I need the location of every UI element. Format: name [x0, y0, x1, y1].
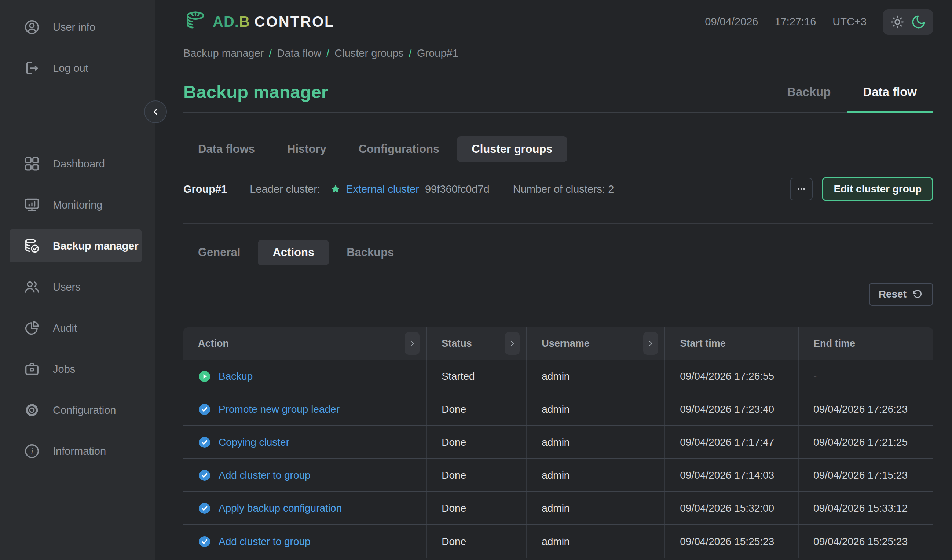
- info-icon: i: [23, 443, 40, 460]
- check-circle-icon: [198, 502, 211, 515]
- table-body: BackupStartedadmin09/04/2026 17:26:55-Pr…: [183, 360, 933, 558]
- sidebar-item-label: Log out: [53, 62, 88, 74]
- sidebar-item-jobs[interactable]: Jobs: [9, 353, 142, 386]
- cell-status: Done: [427, 525, 527, 558]
- logout-icon: [23, 60, 40, 77]
- cell-end-time: 09/04/2026 17:26:23: [799, 393, 933, 426]
- tab-data-flow[interactable]: Data flow: [847, 72, 933, 112]
- action-link[interactable]: Promote new group leader: [219, 404, 340, 415]
- cell-action: Add cluster to group: [183, 459, 427, 492]
- breadcrumb-item[interactable]: Backup manager: [183, 47, 264, 59]
- cell-status: Done: [427, 459, 527, 492]
- sidebar-item-label: Information: [53, 445, 106, 457]
- column-expand-button[interactable]: [505, 332, 520, 355]
- brand-database-icon: [183, 10, 207, 34]
- sidebar-item-backup-manager[interactable]: Backup manager: [9, 230, 142, 262]
- user-icon: [23, 19, 40, 35]
- view-tabs: BackupData flow: [771, 72, 933, 112]
- table-row: Copying clusterDoneadmin09/04/2026 17:17…: [183, 426, 933, 459]
- leader-cluster-link[interactable]: External cluster: [346, 183, 419, 195]
- cell-username: admin: [527, 360, 665, 392]
- cell-username: admin: [527, 492, 665, 525]
- leader-cluster-label: Leader cluster:: [250, 183, 320, 195]
- tab-backup[interactable]: Backup: [771, 72, 847, 112]
- sidebar-item-audit[interactable]: Audit: [9, 312, 142, 344]
- reset-button[interactable]: Reset: [869, 283, 933, 305]
- breadcrumb-item[interactable]: Data flow: [277, 47, 321, 59]
- column-expand-button[interactable]: [405, 332, 420, 355]
- leader-cluster-id: 99f360fc0d7d: [425, 183, 490, 195]
- sidebar-item-label: Users: [53, 281, 81, 293]
- sidebar-item-label: Monitoring: [53, 199, 102, 211]
- tab-configurations[interactable]: Configurations: [344, 136, 454, 162]
- tab-history[interactable]: History: [272, 136, 341, 162]
- current-time: 17:27:16: [774, 16, 816, 28]
- table-header: ActionStatusUsernameStart timeEnd time: [183, 327, 933, 360]
- action-link[interactable]: Apply backup configuration: [219, 503, 342, 514]
- column-header-status: Status: [427, 327, 527, 359]
- sidebar: User infoLog out DashboardMonitoringBack…: [0, 0, 156, 560]
- reset-label: Reset: [879, 288, 907, 300]
- tab-cluster-groups[interactable]: Cluster groups: [457, 136, 567, 162]
- more-actions-button[interactable]: [790, 178, 813, 201]
- chevron-left-icon: [150, 106, 161, 117]
- cell-username: admin: [527, 459, 665, 492]
- sidebar-item-information[interactable]: iInformation: [9, 435, 142, 467]
- actions-table: ActionStatusUsernameStart timeEnd time B…: [183, 327, 933, 558]
- sidebar-item-label: Audit: [53, 322, 77, 334]
- tab-general[interactable]: General: [183, 240, 255, 265]
- edit-cluster-group-button[interactable]: Edit cluster group: [822, 177, 933, 201]
- check-circle-icon: [198, 535, 211, 548]
- tab-data-flows[interactable]: Data flows: [183, 136, 269, 162]
- check-circle-icon: [198, 436, 211, 449]
- action-link[interactable]: Add cluster to group: [219, 469, 311, 481]
- column-label: Username: [542, 338, 590, 349]
- chevron-right-icon: [507, 339, 517, 348]
- sidebar-item-label: Jobs: [53, 363, 75, 375]
- breadcrumb: Backup manager/Data flow/Cluster groups/…: [183, 47, 933, 59]
- play-circle-icon: [198, 370, 211, 383]
- sidebar-nav: DashboardMonitoringBackup managerUsersAu…: [0, 147, 156, 467]
- cell-end-time: 09/04/2026 17:15:23: [799, 459, 933, 492]
- cell-status: Done: [427, 393, 527, 426]
- tab-backups[interactable]: Backups: [332, 240, 408, 265]
- breadcrumb-separator: /: [409, 47, 412, 59]
- action-link[interactable]: Backup: [219, 370, 253, 382]
- breadcrumb-item[interactable]: Cluster groups: [334, 47, 404, 59]
- sidebar-account-section: User infoLog out: [0, 0, 156, 83]
- reset-row: Reset: [183, 283, 933, 305]
- action-link[interactable]: Add cluster to group: [219, 536, 311, 548]
- title-row: Backup manager BackupData flow: [183, 72, 933, 113]
- cell-status: Started: [427, 360, 527, 392]
- sidebar-item-user-info[interactable]: User info: [0, 12, 142, 42]
- breadcrumb-item: Group#1: [417, 47, 458, 59]
- column-header-end-time: End time: [799, 327, 933, 359]
- sidebar-item-label: Backup manager: [53, 240, 139, 252]
- leader-star-icon: [330, 183, 342, 195]
- cell-username: admin: [527, 525, 665, 558]
- dark-theme-button[interactable]: [911, 14, 926, 30]
- sidebar-collapse-button[interactable]: [144, 100, 167, 123]
- sidebar-item-dashboard[interactable]: Dashboard: [9, 147, 142, 180]
- column-label: End time: [813, 338, 855, 349]
- group-summary-row: Group#1 Leader cluster: External cluster…: [183, 174, 933, 204]
- moon-icon: [911, 14, 926, 30]
- column-expand-button[interactable]: [643, 332, 658, 355]
- action-link[interactable]: Copying cluster: [219, 437, 289, 448]
- table-row: Add cluster to groupDoneadmin09/04/2026 …: [183, 525, 933, 558]
- cell-end-time: 09/04/2026 17:21:25: [799, 426, 933, 458]
- sidebar-item-configuration[interactable]: Configuration: [9, 393, 142, 427]
- light-theme-button[interactable]: [890, 14, 905, 30]
- pie-chart-icon: [23, 319, 40, 336]
- column-header-start-time: Start time: [665, 327, 799, 359]
- clusters-count: Number of clusters: 2: [513, 183, 614, 195]
- tab-actions[interactable]: Actions: [258, 240, 329, 265]
- cell-status: Done: [427, 492, 527, 525]
- cell-start-time: 09/04/2026 17:17:47: [665, 426, 799, 458]
- sidebar-item-log-out[interactable]: Log out: [0, 54, 142, 83]
- sun-icon: [890, 14, 905, 30]
- sidebar-item-monitoring[interactable]: Monitoring: [9, 188, 142, 221]
- cell-end-time: -: [799, 360, 933, 392]
- sidebar-item-users[interactable]: Users: [9, 270, 142, 304]
- current-date: 09/04/2026: [705, 16, 758, 28]
